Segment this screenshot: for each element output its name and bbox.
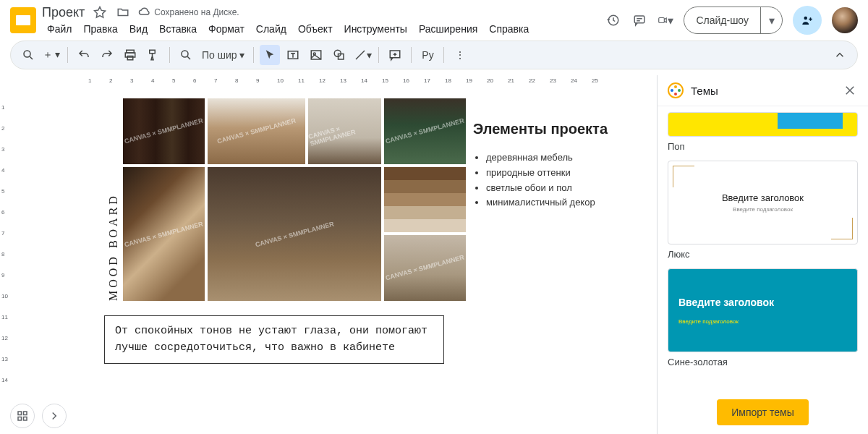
move-folder-icon[interactable]: [115, 4, 131, 20]
palette-icon: [668, 82, 684, 98]
slide-canvas[interactable]: MOOD BOARD CANVAS × SMMPLANNER CANVAS × …: [32, 91, 657, 434]
image-icon[interactable]: [306, 45, 326, 65]
close-icon[interactable]: [842, 82, 858, 98]
toolbar: ＋ ▾ По шир ▾ ▾ Pу ⋮: [10, 41, 858, 69]
shape-icon[interactable]: [329, 45, 349, 65]
svg-rect-1: [659, 18, 665, 23]
document-title[interactable]: Проект: [42, 5, 85, 20]
menu-file[interactable]: Файл: [42, 22, 77, 36]
svg-rect-15: [24, 412, 27, 415]
bottom-bar: [10, 404, 67, 428]
cloud-icon: [138, 6, 151, 19]
color-swatches[interactable]: [384, 167, 466, 233]
print-icon[interactable]: [120, 45, 140, 65]
slide-bullet-list[interactable]: деревянная мебельприродные оттенкисветлы…: [473, 150, 625, 210]
select-tool-icon[interactable]: [260, 45, 280, 65]
vertical-ruler: 1234567891011121314: [0, 75, 16, 434]
paint-format-icon[interactable]: [143, 45, 163, 65]
mood-image[interactable]: CANVAS × SMMPLANNER: [384, 98, 466, 164]
moodboard-label: MOOD BOARD: [104, 98, 123, 301]
svg-rect-17: [24, 417, 27, 421]
slide-textbox[interactable]: От спокойных тонов не устают глаза, они …: [104, 315, 444, 364]
menu-slide[interactable]: Слайд: [251, 22, 292, 36]
bullet-item: светлые обои и пол: [486, 181, 625, 196]
search-icon[interactable]: [18, 45, 38, 65]
svg-rect-16: [18, 417, 22, 421]
undo-icon[interactable]: [74, 45, 94, 65]
import-theme-button[interactable]: Импорт темы: [717, 399, 809, 425]
menu-view[interactable]: Вид: [124, 22, 153, 36]
svg-rect-14: [18, 412, 22, 415]
history-icon[interactable]: [605, 12, 621, 28]
slide-text-content: Элементы проекта деревянная мебельприрод…: [473, 120, 625, 210]
mood-image[interactable]: CANVAS × SMMPLANNER: [208, 98, 305, 164]
app-header: Проект Сохранено на Диске. Файл Правка В…: [0, 0, 868, 41]
menu-format[interactable]: Формат: [203, 22, 250, 36]
expand-icon[interactable]: [42, 404, 67, 428]
comments-icon[interactable]: [631, 12, 647, 28]
horizontal-ruler: 1234567891011121314151617181920212223242…: [16, 75, 657, 91]
python-button[interactable]: Pу: [417, 45, 438, 65]
more-icon[interactable]: ⋮: [450, 45, 470, 65]
themes-title: Темы: [691, 85, 718, 97]
zoom-icon[interactable]: [176, 45, 196, 65]
slideshow-main[interactable]: Слайд-шоу: [684, 7, 760, 33]
theme-card-blue[interactable]: Введите заголовок Введите подзаголовок С…: [668, 268, 858, 367]
zoom-select[interactable]: По шир ▾: [199, 49, 247, 61]
mood-image[interactable]: CANVAS × SMMPLANNER: [384, 235, 466, 301]
menu-extensions[interactable]: Расширения: [414, 22, 482, 36]
slides-logo[interactable]: [10, 7, 36, 33]
themes-panel: Темы Поп Введите заголовок Введите подза…: [657, 75, 868, 434]
menu-help[interactable]: Справка: [484, 22, 534, 36]
bullet-item: природные оттенки: [486, 166, 625, 181]
theme-card-lux[interactable]: Введите заголовок Введите подзаголовок Л…: [668, 161, 858, 260]
slide-heading[interactable]: Элементы проекта: [473, 120, 625, 137]
textbox-icon[interactable]: [283, 45, 303, 65]
menu-insert[interactable]: Вставка: [154, 22, 202, 36]
meet-icon[interactable]: ▾: [658, 12, 673, 28]
account-avatar[interactable]: [832, 7, 858, 33]
menu-tools[interactable]: Инструменты: [339, 22, 412, 36]
menu-object[interactable]: Объект: [293, 22, 338, 36]
slideshow-button: Слайд-шоу ▾: [684, 7, 783, 34]
bullet-item: минималистичный декор: [486, 195, 625, 210]
svg-point-2: [804, 17, 808, 20]
moodboard: MOOD BOARD CANVAS × SMMPLANNER CANVAS × …: [104, 98, 466, 301]
grid-view-icon[interactable]: [10, 404, 35, 428]
menu-bar: Файл Правка Вид Вставка Формат Слайд Объ…: [42, 22, 534, 36]
bullet-item: деревянная мебель: [486, 150, 625, 166]
star-icon[interactable]: [92, 4, 108, 20]
svg-point-7: [182, 51, 188, 57]
mood-image[interactable]: CANVAS × SMMPLANNER: [123, 98, 205, 164]
comment-add-icon[interactable]: [385, 45, 405, 65]
mood-image[interactable]: CANVAS × SMMPLANNER: [208, 167, 382, 301]
main-area: 1234567891011121314 12345678910111213141…: [0, 75, 868, 434]
canvas-area: 1234567891011121314151617181920212223242…: [16, 75, 657, 434]
new-slide-button[interactable]: ＋ ▾: [41, 45, 61, 65]
save-status: Сохранено на Диске.: [138, 6, 239, 19]
share-button[interactable]: [793, 6, 822, 35]
mood-image[interactable]: CANVAS × SMMPLANNER: [308, 98, 381, 164]
svg-rect-0: [635, 16, 645, 23]
menu-edit[interactable]: Правка: [78, 22, 122, 36]
line-icon[interactable]: ▾: [352, 45, 373, 65]
theme-card-pop[interactable]: Поп: [668, 112, 858, 152]
slide[interactable]: MOOD BOARD CANVAS × SMMPLANNER CANVAS × …: [104, 98, 632, 395]
mood-image[interactable]: CANVAS × SMMPLANNER: [123, 167, 205, 301]
slideshow-dropdown[interactable]: ▾: [760, 7, 782, 33]
svg-point-3: [24, 51, 30, 57]
redo-icon[interactable]: [97, 45, 117, 65]
collapse-toolbar-icon[interactable]: [830, 45, 850, 65]
